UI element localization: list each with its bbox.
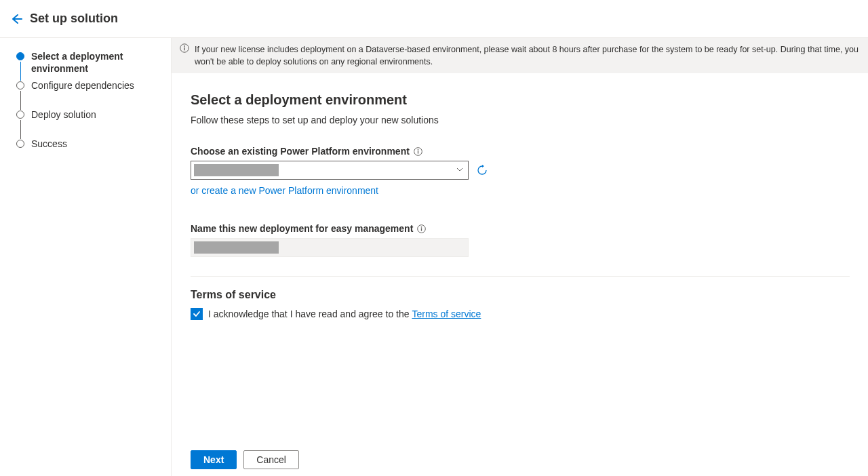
- svg-point-7: [421, 226, 422, 227]
- info-banner-text: If your new license includes deployment …: [195, 45, 859, 66]
- tos-heading: Terms of service: [191, 289, 850, 301]
- back-arrow-icon[interactable]: [9, 12, 23, 26]
- divider: [191, 276, 850, 277]
- page-title: Set up solution: [30, 12, 118, 26]
- tos-checkbox[interactable]: [191, 308, 203, 320]
- tos-row: I acknowledge that I have read and agree…: [191, 308, 850, 320]
- step-configure-dependencies[interactable]: Configure dependencies: [16, 79, 163, 108]
- step-circle-icon: [16, 140, 24, 148]
- tos-text-prefix: I acknowledge that I have read and agree…: [208, 309, 410, 319]
- info-banner: If your new license includes deployment …: [172, 38, 868, 73]
- tos-link[interactable]: Terms of service: [412, 309, 481, 319]
- step-select-environment[interactable]: Select a deployment environment: [16, 50, 163, 79]
- main-panel: If your new license includes deployment …: [172, 38, 868, 476]
- stepper-sidebar: Select a deployment environment Configur…: [0, 38, 172, 476]
- deployment-name-label: Name this new deployment for easy manage…: [191, 223, 850, 234]
- step-deploy-solution[interactable]: Deploy solution: [16, 108, 163, 138]
- environment-dropdown-value: [194, 164, 279, 176]
- environment-dropdown[interactable]: [191, 161, 469, 180]
- step-connector: [20, 91, 21, 110]
- svg-point-4: [417, 148, 418, 150]
- svg-rect-5: [418, 151, 418, 153]
- info-icon: [180, 43, 189, 56]
- header: Set up solution: [0, 0, 868, 38]
- step-connector: [20, 62, 21, 81]
- section-heading: Select a deployment environment: [191, 92, 850, 108]
- step-label: Select a deployment environment: [31, 50, 163, 75]
- footer: Next Cancel: [191, 450, 299, 469]
- cancel-button[interactable]: Cancel: [243, 450, 299, 469]
- section-subheading: Follow these steps to set up and deploy …: [191, 115, 850, 125]
- deployment-name-value: [194, 241, 279, 254]
- help-icon[interactable]: [417, 224, 426, 233]
- step-success[interactable]: Success: [16, 138, 163, 150]
- step-circle-icon: [16, 52, 24, 60]
- svg-rect-8: [421, 228, 422, 231]
- step-circle-icon: [16, 81, 24, 90]
- help-icon[interactable]: [414, 147, 422, 156]
- step-circle-icon: [16, 111, 24, 119]
- create-environment-link[interactable]: or create a new Power Platform environme…: [191, 185, 378, 196]
- step-connector: [20, 120, 21, 139]
- svg-point-1: [184, 45, 185, 47]
- step-label: Success: [31, 138, 67, 150]
- svg-rect-2: [184, 47, 184, 51]
- chevron-down-icon: [456, 165, 464, 176]
- step-label: Deploy solution: [31, 108, 96, 121]
- step-label: Configure dependencies: [31, 79, 134, 92]
- next-button[interactable]: Next: [191, 450, 237, 469]
- refresh-icon[interactable]: [477, 165, 488, 176]
- environment-field-label: Choose an existing Power Platform enviro…: [191, 146, 850, 157]
- deployment-name-input[interactable]: [191, 238, 469, 257]
